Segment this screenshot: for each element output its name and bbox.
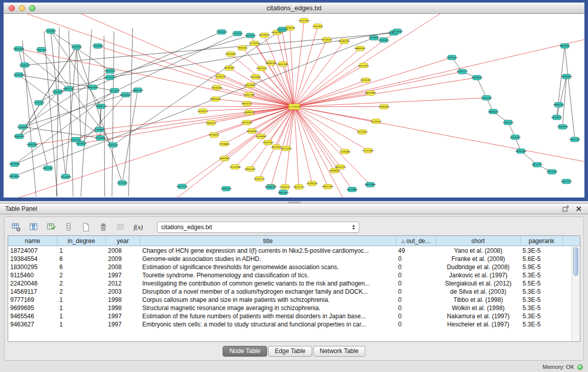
graph-node[interactable]: 23073565 <box>263 140 274 145</box>
graph-edge[interactable] <box>113 29 282 145</box>
table-settings-icon[interactable] <box>10 221 23 234</box>
graph-node[interactable]: 56180008 <box>247 128 258 133</box>
graph-node[interactable]: 44612363 <box>277 62 289 67</box>
column-header-in_degree[interactable]: in_degree <box>57 236 106 246</box>
graph-node[interactable]: 84911831 <box>42 166 54 170</box>
graph-node[interactable]: 68532220 <box>335 165 346 169</box>
graph-node[interactable]: 59782802 <box>224 65 235 70</box>
float-panel-icon[interactable] <box>561 205 570 213</box>
graph-node[interactable]: 52403007 <box>45 29 56 33</box>
graph-node[interactable]: 35138447 <box>208 133 220 137</box>
graph-node[interactable]: 16010848 <box>9 162 20 166</box>
graph-node[interactable]: 84180778 <box>339 39 350 43</box>
graph-node[interactable]: 52673203 <box>358 63 369 68</box>
graph-node[interactable]: 63267173 <box>457 69 468 74</box>
graph-node[interactable]: 19125059 <box>60 174 72 179</box>
graph-edge[interactable] <box>294 20 304 106</box>
column-header-title[interactable]: title <box>140 236 396 246</box>
graph-node[interactable]: 21612047 <box>256 66 268 71</box>
graph-node[interactable]: 45647824 <box>105 69 116 73</box>
graph-node[interactable]: 61489903 <box>94 127 105 132</box>
close-panel-icon[interactable] <box>575 205 583 213</box>
graph-edge[interactable] <box>132 106 294 198</box>
tab-node-table[interactable]: Node Table <box>223 346 267 357</box>
graph-edge[interactable] <box>477 78 487 98</box>
graph-node[interactable]: 34306658 <box>561 74 572 79</box>
graph-node[interactable]: 66894530 <box>355 46 366 51</box>
graph-node[interactable]: 60329338 <box>242 120 253 125</box>
graph-node[interactable]: 83823623 <box>88 85 99 90</box>
graph-node[interactable]: 90059059 <box>52 90 63 94</box>
graph-node[interactable]: 66079897 <box>365 91 376 95</box>
table-row[interactable]: 1830029562008Estimation of significance … <box>8 263 580 271</box>
network-window-titlebar[interactable]: citations_edges.txt <box>4 3 584 14</box>
graph-node[interactable]: 69663636 <box>210 97 221 101</box>
graph-node[interactable]: 77927515 <box>36 48 47 52</box>
graph-node[interactable]: 28694614 <box>488 109 499 114</box>
graph-node[interactable]: 85452833 <box>120 93 132 97</box>
graph-edge[interactable] <box>112 31 114 196</box>
graph-node[interactable]: 10355394 <box>360 78 372 82</box>
rows-icon[interactable] <box>62 221 75 234</box>
column-header-name[interactable]: name <box>8 236 57 246</box>
graph-edge[interactable] <box>69 30 73 196</box>
graph-node[interactable]: 76004838 <box>211 85 222 90</box>
graph-node[interactable]: 94763402 <box>245 33 256 38</box>
graph-node[interactable]: 46357745 <box>561 179 572 184</box>
table-row[interactable]: 977716911998Corpus callosum shape and si… <box>8 296 580 304</box>
column-header-pagerank[interactable]: pagerank <box>520 236 563 246</box>
graph-node[interactable]: 80832301 <box>245 167 256 171</box>
column-header-out_de[interactable]: △out_de... <box>396 236 436 246</box>
graph-node[interactable]: 85274007 <box>104 75 116 80</box>
graph-node[interactable]: 53164215 <box>221 186 232 191</box>
function-builder-icon[interactable]: f(x) <box>132 221 145 234</box>
graph-edge[interactable] <box>221 77 294 107</box>
minimize-icon[interactable] <box>19 5 25 11</box>
graph-node[interactable]: 29186775 <box>19 63 31 68</box>
graph-node[interactable]: 67694563 <box>378 38 389 42</box>
graph-node[interactable]: 66990480 <box>266 61 277 65</box>
graph-node[interactable]: 91722389 <box>363 148 374 153</box>
graph-edge[interactable] <box>294 106 352 189</box>
scrollbar-thumb[interactable] <box>573 247 578 276</box>
graph-node[interactable]: 34401708 <box>244 93 255 97</box>
graph-node[interactable]: 44562244 <box>254 177 265 181</box>
graph-edge[interactable] <box>294 106 584 167</box>
table-row[interactable]: 969969511998Structural magnetic resonanc… <box>8 304 580 312</box>
graph-node[interactable]: 27798894 <box>219 142 230 146</box>
graph-node[interactable]: 62948156 <box>471 75 483 80</box>
graph-edge[interactable] <box>23 71 110 127</box>
graph-node[interactable]: 17240416 <box>289 104 300 110</box>
graph-node[interactable]: 58372772 <box>293 185 304 189</box>
table-row[interactable]: 946554611997Estimation of the future num… <box>8 312 580 320</box>
table-scrollbar[interactable] <box>572 246 580 341</box>
graph-node[interactable]: 15117751 <box>70 138 81 142</box>
graph-edge[interactable] <box>44 31 57 196</box>
import-table-icon[interactable] <box>114 221 127 234</box>
graph-edge[interactable] <box>249 95 295 106</box>
graph-edge[interactable] <box>77 47 122 183</box>
network-canvas[interactable]: 2609903266937393432941305837277257926117… <box>4 14 584 198</box>
graph-node[interactable]: 20724979 <box>281 146 292 151</box>
graph-edge[interactable] <box>101 106 294 107</box>
show-columns-icon[interactable] <box>27 221 40 234</box>
table-row[interactable]: 946362711997Embryonic stem cells: a mode… <box>8 320 580 329</box>
graph-node[interactable]: 64159412 <box>551 115 562 120</box>
edit-table-icon[interactable] <box>45 221 58 234</box>
column-header-short[interactable]: short <box>436 236 520 246</box>
graph-node[interactable]: 24898133 <box>244 110 255 115</box>
table-row[interactable]: 1872400712008Changes of HCN gene express… <box>8 247 580 255</box>
graph-edge[interactable] <box>98 46 294 107</box>
graph-edge[interactable] <box>104 36 104 196</box>
delete-icon[interactable] <box>97 221 110 234</box>
graph-node[interactable]: 98264286 <box>515 149 527 154</box>
graph-node[interactable]: 43294130 <box>307 181 318 186</box>
graph-node[interactable]: 39466307 <box>379 104 390 109</box>
graph-node[interactable]: 84033711 <box>242 101 253 106</box>
graph-node[interactable]: 11791894 <box>339 149 351 154</box>
graph-edge[interactable] <box>294 80 366 107</box>
graph-node[interactable]: 16694801 <box>219 156 230 161</box>
graph-node[interactable]: 57343702 <box>232 31 243 36</box>
graph-node[interactable]: 38579255 <box>271 145 282 149</box>
graph-node[interactable]: 75018060 <box>255 134 267 139</box>
